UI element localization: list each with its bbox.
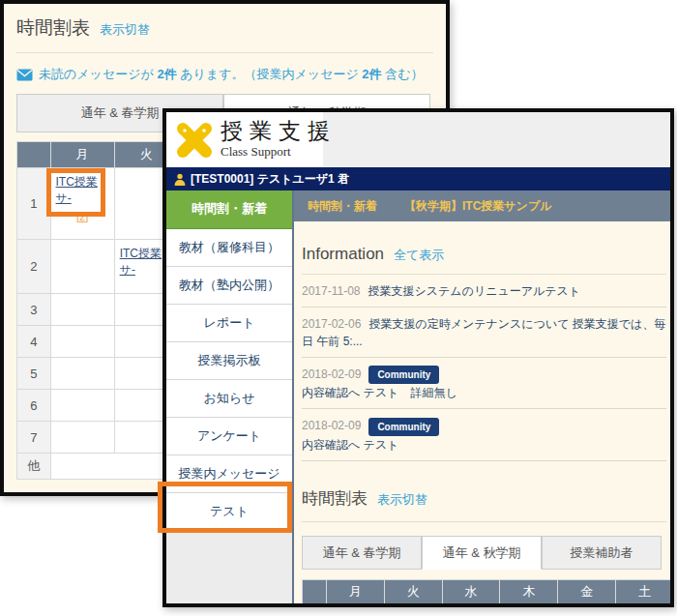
sidebar-item-survey[interactable]: アンケート xyxy=(166,418,292,455)
info-item[interactable]: 2018-02-09Community 内容確認へ テスト 詳細無し xyxy=(302,358,666,409)
course-link[interactable]: ITC授業サ- xyxy=(56,174,109,208)
information-heading: Information xyxy=(302,245,384,264)
info-item[interactable]: 2017-11-08授業支援システムのリニューアルテスト xyxy=(302,275,666,308)
user-bar: [TEST0001] テストユーザ1 君 xyxy=(166,167,670,191)
period-label: 他 xyxy=(17,454,51,480)
day-header-mon: 月 xyxy=(327,579,385,603)
period-label: 3 xyxy=(17,294,51,326)
day-header-sat: 土 xyxy=(616,579,670,603)
sidebar-item-test[interactable]: テスト xyxy=(166,493,292,531)
sidebar-item-materials-enrolled[interactable]: 教材（履修科目） xyxy=(166,229,292,267)
logo-subtitle: Class Support xyxy=(221,144,291,159)
information-section-header: Information全て表示 xyxy=(302,245,666,264)
day-header-mon: 月 xyxy=(50,142,114,168)
tab-autumn-semester[interactable]: 通年 & 秋学期 xyxy=(422,536,542,570)
unread-text: 未読のメッセージが 2件 あります。（授業内メッセージ 2件 含む） xyxy=(39,66,424,83)
period-label: 1 xyxy=(17,168,51,240)
logo-title: 授業支援 xyxy=(221,119,337,143)
info-date: 2017-02-06 xyxy=(302,317,361,331)
info-date: 2018-02-09 xyxy=(302,419,361,432)
breadcrumb-course: 【秋学期】ITC授業サンプル xyxy=(404,198,551,215)
info-title: 内容確認へ テスト xyxy=(302,436,666,454)
divider xyxy=(302,521,666,522)
semester-tabs: 通年 & 春学期 通年 & 秋学期 授業補助者 xyxy=(302,536,666,570)
sidebar: 時間割・新着 教材（履修科目） 教材（塾内公開） レポート 授業掲示板 お知らせ… xyxy=(166,191,294,603)
show-all-link[interactable]: 全て表示 xyxy=(394,248,444,262)
period-label: 4 xyxy=(17,326,51,358)
table-header-row: 月 火 水 木 金 土 xyxy=(303,579,671,603)
tab-spring-semester[interactable]: 通年 & 春学期 xyxy=(302,536,422,570)
timetable-title: 時間割表 xyxy=(16,15,90,41)
class-support-window: 授業支援 Class Support [TEST0001] テストユーザ1 君 … xyxy=(162,108,674,607)
period-label: 2 xyxy=(17,240,51,294)
sidebar-item-materials-public[interactable]: 教材（塾内公開） xyxy=(166,267,292,305)
community-badge: Community xyxy=(368,418,439,436)
breadcrumb: 時間割・新着 【秋学期】ITC授業サンプル xyxy=(294,191,670,221)
info-date: 2018-02-09 xyxy=(302,367,361,381)
day-header-tue: 火 xyxy=(384,579,442,603)
course-cell-mon-1: ITC授業サ- [2] xyxy=(50,168,114,240)
corner-cell xyxy=(303,579,327,603)
sidebar-item-timetable-new[interactable]: 時間割・新着 xyxy=(166,191,292,229)
main-content: Information全て表示 2017-11-08授業支援システムのリニューア… xyxy=(294,221,670,603)
day-header-wed: 水 xyxy=(442,579,500,603)
period-label: 7 xyxy=(17,422,51,454)
timetable-grid: 月 火 水 木 金 土 1 ITC授業サ- xyxy=(302,579,670,603)
tab-class-assistant[interactable]: 授業補助者 xyxy=(542,536,662,570)
user-icon xyxy=(174,173,186,186)
period-label: 6 xyxy=(17,390,51,422)
sidebar-item-class-messages[interactable]: 授業内メッセージ xyxy=(166,455,292,493)
sidebar-item-class-board[interactable]: 授業掲示板 xyxy=(166,342,292,380)
crossed-pens-icon xyxy=(174,120,215,161)
divider xyxy=(16,52,433,53)
app-header: 授業支援 Class Support xyxy=(166,112,670,167)
info-title: 授業支援システムのリニューアルテスト xyxy=(368,284,581,298)
unread-messages-notice[interactable]: 未読のメッセージが 2件 あります。（授業内メッセージ 2件 含む） xyxy=(16,66,433,83)
community-badge: Community xyxy=(368,366,439,384)
period-label: 5 xyxy=(17,358,51,390)
corner-cell xyxy=(17,142,51,168)
display-toggle-link[interactable]: 表示切替 xyxy=(100,22,150,37)
timetable-heading: 時間割表 xyxy=(302,487,368,510)
info-title: 内容確認へ テスト 詳細無し xyxy=(302,384,666,401)
envelope-icon xyxy=(16,69,33,81)
timetable-section-header: 時間割表表示切替 xyxy=(302,487,666,510)
sidebar-item-notices[interactable]: お知らせ xyxy=(166,380,292,418)
logo-text: 授業支援 Class Support xyxy=(221,120,337,160)
info-date: 2017-11-08 xyxy=(302,284,361,298)
breadcrumb-section[interactable]: 時間割・新着 xyxy=(308,198,377,215)
user-label: [TEST0001] テストユーザ1 君 xyxy=(191,171,349,188)
day-header-fri: 金 xyxy=(558,579,616,603)
day-header-thu: 木 xyxy=(500,579,558,603)
new-items-count-link[interactable]: [2] xyxy=(56,211,109,222)
app-logo: 授業支援 Class Support xyxy=(166,112,323,167)
info-item[interactable]: 2018-02-09Community 内容確認へ テスト xyxy=(302,409,666,460)
page: 時間割表表示切替 未読のメッセージが 2件 あります。（授業内メッセージ 2件 … xyxy=(0,0,677,616)
display-toggle-link[interactable]: 表示切替 xyxy=(377,492,427,507)
sidebar-item-report[interactable]: レポート xyxy=(166,305,292,342)
info-item[interactable]: 2017-02-06授業支援の定時メンテナンスについて 授業支援では、毎日 午前… xyxy=(302,308,666,358)
